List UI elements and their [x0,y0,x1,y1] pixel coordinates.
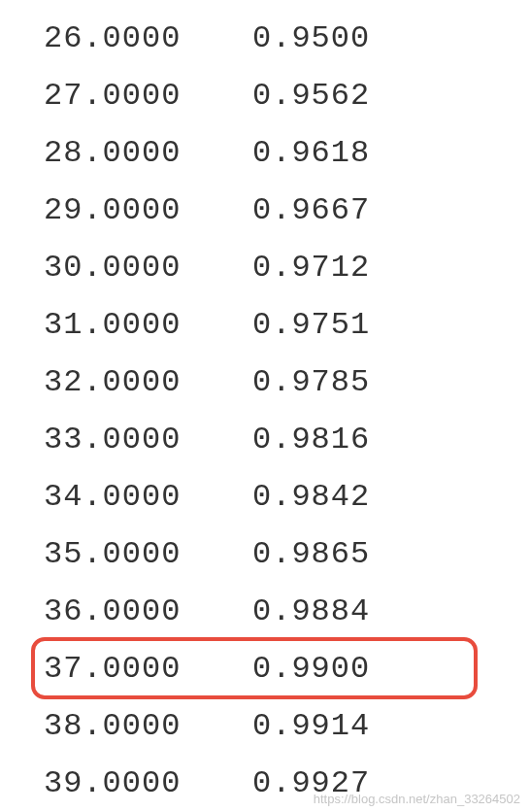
table-row: 37.00000.9900 [44,640,530,697]
table-row: 29.00000.9667 [44,182,530,239]
cell-col1: 30.0000 [44,250,252,286]
cell-col2: 0.9667 [252,192,370,228]
cell-col1: 31.0000 [44,307,252,343]
cell-col1: 26.0000 [44,20,252,56]
table-row: 30.00000.9712 [44,239,530,296]
cell-col1: 39.0000 [44,765,252,801]
table-row: 26.00000.9500 [44,10,530,67]
cell-col2: 0.9785 [252,364,370,400]
cell-col1: 35.0000 [44,536,252,572]
cell-col1: 36.0000 [44,593,252,629]
cell-col1: 38.0000 [44,708,252,744]
cell-col2: 0.9900 [252,651,370,687]
table-row: 38.00000.9914 [44,697,530,755]
table-row: 32.00000.9785 [44,354,530,411]
table-row: 27.00000.9562 [44,67,530,124]
table-row: 33.00000.9816 [44,411,530,468]
cell-col2: 0.9914 [252,708,370,744]
cell-col2: 0.9816 [252,422,370,457]
cell-col1: 32.0000 [44,364,252,400]
cell-col2: 0.9618 [252,135,370,171]
cell-col2: 0.9500 [252,20,370,56]
cell-col1: 34.0000 [44,479,252,515]
cell-col2: 0.9562 [252,78,370,114]
cell-col1: 28.0000 [44,135,252,171]
cell-col2: 0.9751 [252,307,370,343]
cell-col1: 37.0000 [44,651,252,687]
cell-col1: 33.0000 [44,422,252,457]
data-table: 26.00000.950027.00000.956228.00000.96182… [0,0,530,812]
table-row: 35.00000.9865 [44,525,530,583]
table-row: 36.00000.9884 [44,583,530,640]
watermark-text: https://blog.csdn.net/zhan_33264502 [314,792,520,806]
cell-col2: 0.9884 [252,593,370,629]
table-row: 28.00000.9618 [44,124,530,182]
cell-col2: 0.9842 [252,479,370,515]
cell-col2: 0.9865 [252,536,370,572]
table-row: 31.00000.9751 [44,296,530,354]
cell-col1: 27.0000 [44,78,252,114]
table-row: 34.00000.9842 [44,468,530,525]
cell-col1: 29.0000 [44,192,252,228]
cell-col2: 0.9712 [252,250,370,286]
